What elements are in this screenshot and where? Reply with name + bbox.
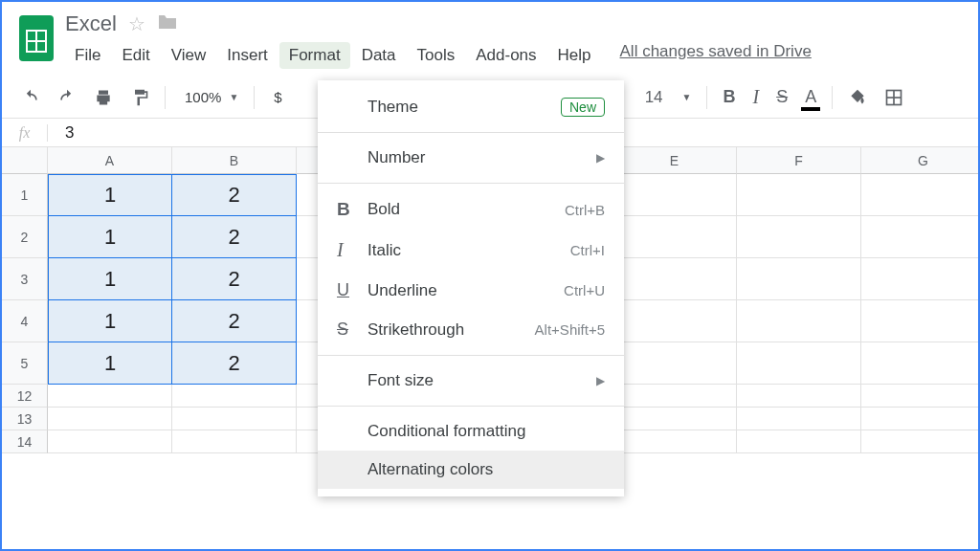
select-all-corner[interactable]: [2, 147, 48, 174]
cell[interactable]: [861, 430, 980, 453]
cell[interactable]: [737, 258, 861, 300]
menu-italic[interactable]: IItalicCtrl+I: [318, 230, 624, 271]
print-button[interactable]: [88, 84, 119, 111]
undo-button[interactable]: [15, 84, 46, 111]
cell[interactable]: [172, 430, 297, 453]
cell[interactable]: [861, 385, 980, 408]
cell[interactable]: [861, 216, 980, 258]
cell[interactable]: [612, 174, 737, 216]
cell[interactable]: [737, 408, 861, 430]
cell[interactable]: [737, 385, 861, 408]
cell[interactable]: [861, 174, 980, 216]
cell[interactable]: [861, 258, 980, 300]
cell[interactable]: [737, 300, 861, 342]
sheets-logo-icon: [17, 13, 56, 63]
menu-insert[interactable]: Insert: [217, 42, 278, 69]
cell[interactable]: [861, 342, 980, 385]
menu-tools[interactable]: Tools: [408, 42, 465, 69]
row-header[interactable]: 4: [2, 300, 48, 342]
cell[interactable]: [48, 430, 172, 453]
cell[interactable]: [612, 258, 737, 300]
row-header[interactable]: 14: [2, 430, 48, 453]
submenu-arrow-icon: ▶: [596, 151, 605, 165]
menu-bold[interactable]: BBoldCtrl+B: [318, 189, 624, 230]
star-icon[interactable]: ☆: [128, 12, 145, 35]
row-header[interactable]: 5: [2, 342, 48, 385]
cell[interactable]: [48, 408, 172, 430]
cell[interactable]: 2: [172, 342, 297, 385]
cell[interactable]: [737, 342, 861, 385]
cell[interactable]: 2: [172, 216, 297, 258]
menu-theme[interactable]: ThemeNew: [318, 88, 624, 126]
menu-number[interactable]: Number▶: [318, 139, 624, 177]
menu-strikethrough[interactable]: SStrikethroughAlt+Shift+5: [318, 310, 624, 349]
menu-data[interactable]: Data: [352, 42, 406, 69]
col-header[interactable]: A: [48, 147, 172, 174]
cell[interactable]: 1: [48, 258, 172, 300]
cell[interactable]: 2: [172, 174, 297, 216]
submenu-arrow-icon: ▶: [596, 374, 605, 387]
cell[interactable]: [861, 408, 980, 430]
cell[interactable]: 2: [172, 258, 297, 300]
cell[interactable]: [737, 174, 861, 216]
col-header[interactable]: F: [737, 147, 861, 174]
folder-icon[interactable]: [157, 13, 178, 35]
row-header[interactable]: 3: [2, 258, 48, 300]
save-status[interactable]: All changes saved in Drive: [620, 42, 812, 69]
paint-format-button[interactable]: [124, 84, 155, 111]
cell[interactable]: [48, 385, 172, 408]
bold-icon: B: [337, 199, 368, 220]
col-header[interactable]: E: [612, 147, 737, 174]
col-header[interactable]: G: [861, 147, 980, 174]
formula-input[interactable]: 3: [48, 123, 91, 143]
currency-button[interactable]: $: [264, 85, 291, 109]
row-header[interactable]: 13: [2, 408, 48, 430]
menu-addons[interactable]: Add-ons: [466, 42, 546, 69]
cell[interactable]: [737, 216, 861, 258]
underline-icon: U: [337, 280, 368, 300]
cell[interactable]: [612, 408, 737, 430]
cell[interactable]: [737, 430, 861, 453]
menu-underline[interactable]: UUnderlineCtrl+U: [318, 271, 624, 310]
cell[interactable]: [172, 408, 297, 430]
cell[interactable]: 1: [48, 342, 172, 385]
cell[interactable]: [612, 342, 737, 385]
fx-label: fx: [2, 124, 48, 142]
row-header[interactable]: 12: [2, 385, 48, 408]
menu-file[interactable]: File: [65, 42, 110, 69]
redo-button[interactable]: [52, 84, 82, 111]
bold-button[interactable]: B: [717, 83, 741, 111]
cell[interactable]: 2: [172, 300, 297, 342]
italic-icon: I: [337, 239, 368, 261]
menu-conditional-formatting[interactable]: Conditional formatting: [318, 412, 624, 451]
row-header[interactable]: 2: [2, 216, 48, 258]
text-color-button[interactable]: A: [799, 83, 822, 111]
document-title[interactable]: Excel: [65, 11, 117, 36]
cell[interactable]: [612, 385, 737, 408]
menu-help[interactable]: Help: [548, 42, 601, 69]
cell[interactable]: [612, 300, 737, 342]
fill-color-button[interactable]: [842, 84, 873, 111]
cell[interactable]: 1: [48, 300, 172, 342]
format-menu-dropdown: ThemeNew Number▶ BBoldCtrl+B IItalicCtrl…: [318, 80, 624, 496]
strikethrough-icon: S: [337, 320, 368, 340]
font-size-select[interactable]: 14▼: [624, 84, 698, 111]
menu-font-size[interactable]: Font size▶: [318, 362, 624, 400]
menu-format[interactable]: Format: [279, 42, 350, 69]
menu-view[interactable]: View: [162, 42, 216, 69]
menu-alternating-colors[interactable]: Alternating colors: [318, 451, 624, 489]
borders-button[interactable]: [879, 84, 909, 111]
strikethrough-button[interactable]: S: [770, 83, 793, 111]
cell[interactable]: [861, 300, 980, 342]
italic-button[interactable]: I: [746, 82, 765, 112]
cell[interactable]: [172, 385, 297, 408]
cell[interactable]: 1: [48, 216, 172, 258]
menu-bar: File Edit View Insert Format Data Tools …: [65, 40, 970, 77]
cell[interactable]: 1: [48, 174, 172, 216]
row-header[interactable]: 1: [2, 174, 48, 216]
cell[interactable]: [612, 216, 737, 258]
zoom-select[interactable]: 100%▼: [175, 85, 244, 109]
col-header[interactable]: B: [172, 147, 297, 174]
cell[interactable]: [612, 430, 737, 453]
menu-edit[interactable]: Edit: [112, 42, 159, 69]
